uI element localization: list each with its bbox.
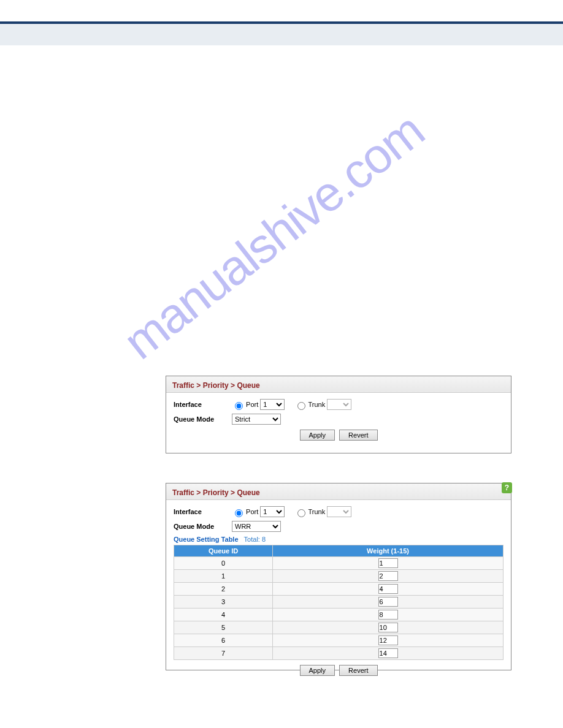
queue-mode-label: Queue Mode — [174, 415, 232, 423]
watermark: manualshive.com — [113, 102, 434, 370]
table-row: 1 — [174, 570, 504, 583]
port-radio[interactable] — [235, 402, 243, 410]
weight-input[interactable] — [378, 558, 398, 568]
top-banner — [0, 21, 563, 45]
interface-label: Interface — [174, 401, 232, 408]
breadcrumb: Traffic > Priority > Queue — [166, 483, 511, 500]
cell-queue-id: 0 — [174, 557, 273, 570]
breadcrumb: Traffic > Priority > Queue — [166, 376, 511, 393]
cell-queue-id: 3 — [174, 596, 273, 609]
help-icon[interactable]: ? — [502, 482, 512, 493]
interface-row: Interface Port 1 Trunk — [174, 399, 504, 410]
queue-panel-wrr: ? Traffic > Priority > Queue Interface P… — [166, 483, 511, 670]
cell-weight — [273, 609, 504, 621]
table-row: 5 — [174, 621, 504, 634]
cell-queue-id: 6 — [174, 634, 273, 647]
trunk-label: Trunk — [308, 401, 325, 408]
weight-input[interactable] — [378, 635, 398, 645]
queue-mode-select[interactable]: Strict — [232, 414, 281, 425]
revert-button[interactable]: Revert — [339, 430, 377, 441]
cell-queue-id: 1 — [174, 570, 273, 583]
queue-mode-row: Queue Mode Strict — [174, 414, 504, 425]
table-row: 2 — [174, 583, 504, 596]
panel2-button-row: Apply Revert — [174, 665, 504, 676]
interface-row: Interface Port 1 Trunk — [174, 506, 504, 517]
cell-queue-id: 4 — [174, 609, 273, 621]
interface-radio-group: Port 1 Trunk — [232, 399, 351, 410]
queue-mode-select[interactable]: WRR — [232, 521, 281, 532]
cell-weight — [273, 583, 504, 596]
trunk-radio[interactable] — [297, 402, 305, 410]
trunk-select[interactable] — [327, 399, 351, 410]
apply-button[interactable]: Apply — [300, 665, 335, 676]
cell-weight — [273, 647, 504, 660]
table-row: 6 — [174, 634, 504, 647]
cell-weight — [273, 621, 504, 634]
cell-queue-id: 2 — [174, 583, 273, 596]
col-weight: Weight (1-15) — [273, 545, 504, 557]
port-select[interactable]: 1 — [260, 399, 285, 410]
port-select[interactable]: 1 — [260, 506, 285, 517]
weight-input[interactable] — [378, 584, 398, 594]
trunk-label: Trunk — [308, 508, 325, 515]
queue-setting-table: Queue ID Weight (1-15) 01234567 — [174, 545, 504, 660]
panel2-body: Interface Port 1 Trunk Queue Mode WRR — [166, 500, 511, 682]
trunk-radio[interactable] — [297, 509, 305, 517]
weight-input[interactable] — [378, 597, 398, 607]
trunk-select[interactable] — [327, 506, 351, 517]
cell-weight — [273, 634, 504, 647]
col-queue-id: Queue ID — [174, 545, 273, 557]
interface-label: Interface — [174, 508, 232, 515]
queue-mode-label: Queue Mode — [174, 523, 232, 530]
cell-weight — [273, 570, 504, 583]
table-row: 4 — [174, 609, 504, 621]
port-label: Port — [246, 401, 258, 408]
port-label: Port — [246, 508, 258, 515]
table-row: 3 — [174, 596, 504, 609]
weight-input[interactable] — [378, 648, 398, 658]
apply-button[interactable]: Apply — [300, 430, 335, 441]
cell-queue-id: 7 — [174, 647, 273, 660]
weight-input[interactable] — [378, 571, 398, 581]
panel1-button-row: Apply Revert — [174, 430, 504, 441]
panel1-body: Interface Port 1 Trunk Queue Mode Strict — [166, 393, 511, 447]
table-title: Queue Setting Table Total: 8 — [174, 536, 504, 543]
queue-mode-row: Queue Mode WRR — [174, 521, 504, 532]
table-row: 0 — [174, 557, 504, 570]
port-radio[interactable] — [235, 509, 243, 517]
cell-queue-id: 5 — [174, 621, 273, 634]
weight-input[interactable] — [378, 623, 398, 632]
table-row: 7 — [174, 647, 504, 660]
weight-input[interactable] — [378, 610, 398, 620]
cell-weight — [273, 596, 504, 609]
cell-weight — [273, 557, 504, 570]
queue-panel-strict: Traffic > Priority > Queue Interface Por… — [166, 376, 511, 453]
interface-radio-group: Port 1 Trunk — [232, 506, 351, 517]
revert-button[interactable]: Revert — [339, 665, 377, 676]
